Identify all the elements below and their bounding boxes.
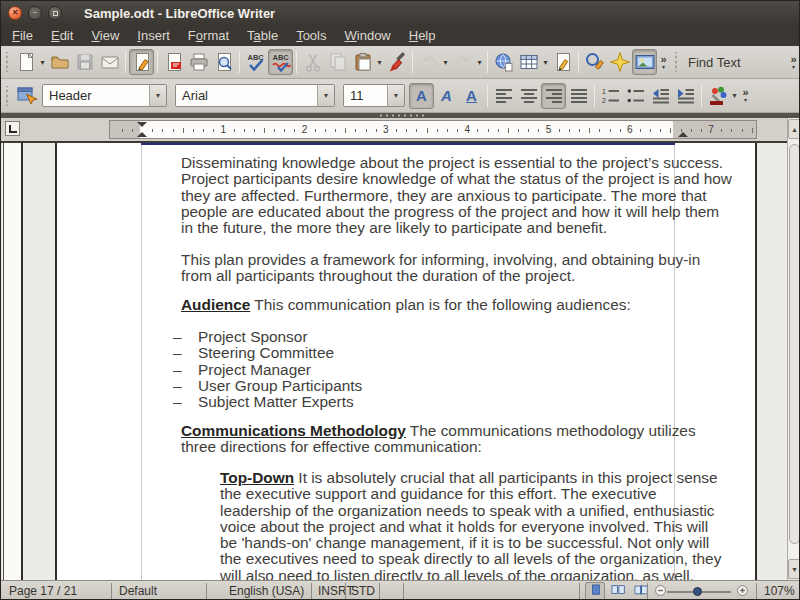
resize-grip-dots[interactable]: [378, 114, 424, 117]
decrease-indent-icon: [650, 85, 672, 107]
paragraph-style-dropdown-button[interactable]: ▾: [149, 85, 166, 106]
redo-dropdown-arrow[interactable]: ▾: [475, 49, 484, 75]
close-window-button[interactable]: ✕: [8, 6, 22, 20]
gallery-button[interactable]: [632, 49, 657, 75]
find-text-input[interactable]: Find Text: [688, 55, 741, 70]
zoom-in-button[interactable]: [735, 583, 750, 600]
text-line: they are affected. Furthermore, they are…: [181, 188, 732, 204]
paragraph[interactable]: Top-Down It is absolutely crucial that a…: [220, 470, 721, 580]
book-view-button[interactable]: [631, 582, 651, 600]
format-paintbrush-button[interactable]: [384, 49, 409, 75]
selection-mode-status[interactable]: STD: [351, 584, 375, 598]
font-name-combobox[interactable]: Arial ▾: [175, 84, 335, 107]
decrease-indent-button[interactable]: [648, 83, 673, 109]
zoom-out-button[interactable]: [653, 583, 668, 600]
toolbar-overflow-button[interactable]: »▾: [657, 49, 670, 75]
find-toolbar-grip[interactable]: [673, 52, 679, 72]
align-center-button[interactable]: [516, 83, 541, 109]
undo-dropdown-arrow[interactable]: ▾: [441, 49, 450, 75]
paragraph-style-combobox[interactable]: Header ▾: [42, 84, 167, 107]
paste-dropdown-arrow[interactable]: ▾: [375, 49, 384, 75]
paragraph[interactable]: Disseminating knowledge about the projec…: [181, 155, 732, 236]
align-justify-button[interactable]: [566, 83, 591, 109]
align-left-button[interactable]: [491, 83, 516, 109]
menu-format[interactable]: Format: [179, 26, 238, 45]
document-page[interactable]: Disseminating knowledge about the projec…: [55, 143, 757, 580]
menu-file[interactable]: File: [3, 26, 42, 45]
italic-button[interactable]: A: [434, 83, 459, 109]
edit-file-button[interactable]: [129, 49, 154, 75]
auto-spellcheck-button[interactable]: ABC: [268, 49, 293, 75]
bullets-button[interactable]: [623, 83, 648, 109]
styles-and-formatting-button[interactable]: [13, 83, 38, 109]
menu-tools[interactable]: Tools: [287, 26, 335, 45]
insert-mode-status[interactable]: INSRT: [318, 584, 354, 598]
toolbar-separator: [157, 51, 158, 73]
page-style-status[interactable]: Default: [119, 584, 157, 598]
menu-view[interactable]: View: [82, 26, 128, 45]
paragraph[interactable]: This plan provides a framework for infor…: [181, 252, 700, 285]
left-indent-marker[interactable]: [137, 132, 147, 137]
find-toolbar-overflow-button[interactable]: »▾: [787, 49, 800, 75]
insert-table-button[interactable]: [516, 49, 541, 75]
status-separator: [206, 583, 207, 599]
maximize-window-button[interactable]: [48, 6, 62, 20]
window-controls: ✕ −: [8, 6, 62, 20]
toolbar-overflow-button[interactable]: »▾: [739, 83, 752, 109]
ruler-track[interactable]: 1234567: [109, 120, 757, 139]
numbering-button[interactable]: 12: [598, 83, 623, 109]
toolbar-separator: [578, 51, 579, 73]
font-size-dropdown-button[interactable]: ▾: [387, 85, 404, 106]
text-line: from all participants throughout the dur…: [181, 268, 700, 284]
navigator-button[interactable]: [607, 49, 632, 75]
vertical-scrollbar[interactable]: ▲ ▼: [787, 118, 800, 580]
export-pdf-button[interactable]: [161, 49, 186, 75]
new-document-dropdown-arrow[interactable]: ▾: [38, 49, 47, 75]
open-button[interactable]: [47, 49, 72, 75]
scroll-down-button[interactable]: ▼: [788, 559, 800, 579]
zoom-slider-thumb[interactable]: [693, 587, 702, 596]
insert-table-dropdown-arrow[interactable]: ▾: [541, 49, 550, 75]
font-color-button[interactable]: [705, 83, 730, 109]
language-status[interactable]: English (USA): [229, 584, 304, 598]
menu-insert[interactable]: Insert: [128, 26, 179, 45]
right-indent-marker[interactable]: [678, 132, 688, 137]
font-color-dropdown-arrow[interactable]: ▾: [730, 83, 739, 109]
bold-button[interactable]: A: [409, 83, 434, 109]
underline-button[interactable]: A: [459, 83, 484, 109]
paragraph[interactable]: Audience This communication plan is for …: [181, 297, 631, 313]
page-number-status[interactable]: Page 17 / 21: [9, 584, 77, 598]
font-size-combobox[interactable]: 11 ▾: [343, 84, 405, 107]
formatting-toolbar-grip[interactable]: [4, 86, 10, 106]
menu-help[interactable]: Help: [400, 26, 445, 45]
menu-edit[interactable]: Edit: [42, 26, 82, 45]
zoom-level-status[interactable]: 107%: [764, 584, 795, 598]
scrollbar-thumb[interactable]: [789, 144, 800, 544]
align-right-button[interactable]: [541, 83, 566, 109]
minimize-window-button[interactable]: −: [28, 6, 42, 20]
scroll-up-button[interactable]: ▲: [788, 119, 800, 139]
multi-page-view-button[interactable]: [608, 582, 628, 600]
new-document-button[interactable]: [13, 49, 38, 75]
tab-stop-selector[interactable]: [5, 121, 20, 136]
email-document-button[interactable]: [97, 49, 122, 75]
first-line-indent-marker[interactable]: [137, 122, 147, 127]
draw-functions-button[interactable]: [550, 49, 575, 75]
spelling-button[interactable]: ABC: [243, 49, 268, 75]
find-replace-button[interactable]: [582, 49, 607, 75]
menu-table[interactable]: Table: [238, 26, 287, 45]
paste-button[interactable]: [350, 49, 375, 75]
export-pdf-icon: [163, 51, 185, 73]
hyperlink-button[interactable]: [491, 49, 516, 75]
bullet-list[interactable]: –Project Sponsor–Steering Committee–Proj…: [173, 329, 362, 410]
print-button[interactable]: [186, 49, 211, 75]
paragraph[interactable]: Communications Methodology The communica…: [181, 423, 696, 456]
menu-window[interactable]: Window: [336, 26, 400, 45]
toolbar-grip[interactable]: [4, 52, 10, 72]
page-preview-button[interactable]: [211, 49, 236, 75]
titlebar: ✕ − Sample.odt - LibreOffice Writer: [1, 1, 800, 25]
font-name-dropdown-button[interactable]: ▾: [317, 85, 334, 106]
zoom-slider[interactable]: [667, 591, 731, 593]
increase-indent-button[interactable]: [673, 83, 698, 109]
single-page-view-button[interactable]: [585, 582, 605, 600]
